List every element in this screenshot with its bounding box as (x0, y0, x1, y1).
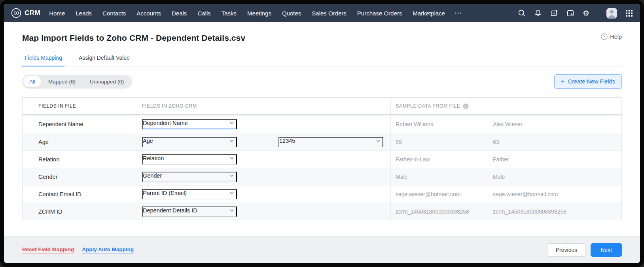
help-question-icon: ? (601, 33, 608, 40)
file-field-label: Gender (23, 168, 142, 185)
table-row: Gender Gender Male Male (23, 168, 621, 185)
sample-value-1: Robert Willams (390, 116, 488, 133)
table-row: Dependent Name Dependent Name Robert Wil… (23, 116, 621, 133)
table-row: ZCRM ID Dependent Details ID zcrm_145031… (23, 203, 621, 220)
plus-icon: + (561, 78, 565, 85)
crm-field-value: Relation (143, 155, 164, 161)
help-label: Help (610, 34, 622, 40)
settings-gear-icon[interactable]: ⚙ (583, 9, 589, 17)
sample-value-1: zcrm_1450318000000398258 (390, 203, 488, 220)
page-title: Map Import Fields to Zoho CRM - Dependen… (22, 33, 245, 43)
format-value: 12345 (279, 138, 295, 144)
nav-item-meetings[interactable]: Meetings (247, 10, 271, 17)
nav-item-deals[interactable]: Deals (172, 10, 187, 17)
chevron-down-icon (230, 174, 234, 177)
crm-field-value: Parent ID (Email) (143, 190, 187, 196)
calendar-icon[interactable] (566, 9, 574, 17)
file-field-label: Contact Email ID (23, 186, 142, 203)
svg-text:?: ? (603, 34, 606, 39)
crm-field-value: Gender (143, 172, 162, 179)
help-link[interactable]: ? Help (601, 33, 622, 40)
table-row: Age Age 12345 59 63 (23, 133, 621, 150)
header-fields-in-zoho-crm: FIELDS IN ZOHO CRM (142, 98, 278, 114)
crm-field-dropdown[interactable]: Age (142, 137, 237, 147)
field-mapping-table: FIELDS IN FILE FIELDS IN ZOHO CRM SAMPLE… (22, 97, 622, 220)
nav-item-contacts[interactable]: Contacts (102, 10, 126, 17)
sample-value-1: Male (390, 168, 488, 185)
apply-auto-mapping-link[interactable]: Apply Auto Mapping (82, 246, 134, 254)
zoho-crm-window: CRM Home Leads Contacts Accounts Deals C… (4, 4, 640, 263)
sample-value-2: sage.wieser@hotmail.com (488, 186, 621, 203)
next-button[interactable]: Next (591, 243, 622, 257)
nav-item-accounts[interactable]: Accounts (136, 10, 161, 17)
filter-mapped[interactable]: Mapped (6) (41, 79, 83, 85)
nav-item-home[interactable]: Home (49, 10, 65, 17)
crm-field-dropdown[interactable]: Parent ID (Email) (142, 189, 237, 199)
file-field-label: ZCRM ID (23, 203, 142, 220)
nav-item-sales-orders[interactable]: Sales Orders (312, 10, 347, 17)
reset-field-mapping-link[interactable]: Reset Field Mapping (22, 246, 74, 254)
nav-item-purchase-orders[interactable]: Purchase Orders (357, 10, 402, 17)
screenshot-frame: CRM Home Leads Contacts Accounts Deals C… (0, 0, 644, 267)
nav-menu: Home Leads Contacts Accounts Deals Calls… (49, 10, 445, 17)
previous-button[interactable]: Previous (547, 243, 586, 257)
file-field-label: Age (23, 133, 142, 150)
search-icon[interactable] (518, 9, 526, 17)
nav-item-marketplace[interactable]: Marketplace (413, 10, 445, 17)
chevron-down-icon (230, 209, 234, 212)
header-sample-data: SAMPLE DATA FROM FILE (396, 103, 460, 109)
create-new-fields-label: Create New Fields (568, 78, 615, 85)
person-icon (606, 8, 617, 19)
filter-unmapped[interactable]: Unmapped (0) (83, 79, 131, 85)
header-fields-in-file: FIELDS IN FILE (23, 98, 142, 114)
tab-bar: Fields Mapping Assign Default Value (22, 55, 622, 66)
user-avatar[interactable] (606, 8, 617, 19)
crm-field-value: Dependent Details ID (143, 207, 197, 214)
sample-value-1: 59 (390, 133, 488, 150)
file-field-label: Relation (23, 151, 142, 168)
tab-assign-default-value[interactable]: Assign Default Value (79, 55, 130, 66)
footer-bar: Reset Field Mapping Apply Auto Mapping P… (4, 236, 640, 263)
sample-value-2: Father (488, 151, 621, 168)
notifications-bell-icon[interactable] (534, 9, 542, 17)
chevron-down-icon (230, 192, 234, 194)
chevron-down-icon (230, 122, 234, 124)
crm-field-dropdown[interactable]: Gender (142, 172, 237, 182)
file-field-label: Dependent Name (23, 116, 142, 133)
compose-note-icon[interactable] (550, 9, 558, 17)
sample-value-2: Alex Wieser (488, 116, 621, 133)
crm-field-value: Dependent Name (143, 120, 188, 126)
nav-separator (598, 9, 598, 17)
nav-item-leads[interactable]: Leads (76, 10, 92, 17)
svg-text:i: i (465, 104, 466, 108)
chevron-down-icon (230, 140, 234, 142)
apps-grid-icon[interactable] (625, 9, 633, 17)
sample-value-1: sage.wieser@hotmail.com (390, 186, 488, 203)
nav-item-tasks[interactable]: Tasks (222, 10, 237, 17)
nav-actions: ⚙ (518, 8, 633, 19)
filter-all[interactable]: All (23, 76, 41, 87)
crm-field-dropdown[interactable]: Dependent Details ID (142, 206, 237, 217)
table-row: Contact Email ID Parent ID (Email) sage.… (23, 185, 621, 203)
sample-value-2: Male (488, 168, 621, 185)
format-dropdown[interactable]: 12345 (278, 137, 383, 147)
nav-item-calls[interactable]: Calls (197, 10, 210, 17)
chevron-down-icon (230, 157, 234, 159)
main-content: Map Import Fields to Zoho CRM - Dependen… (4, 22, 640, 236)
zoho-crm-logo[interactable]: CRM (11, 8, 40, 18)
info-icon[interactable]: i (463, 103, 469, 109)
top-navbar: CRM Home Leads Contacts Accounts Deals C… (4, 4, 640, 22)
table-row: Relation Relation Father-in-Law Father (23, 150, 621, 168)
crm-field-dropdown[interactable]: Relation (142, 154, 237, 165)
sample-value-2: zcrm_1450318000000398258 (488, 203, 621, 220)
more-modules-icon[interactable] (455, 12, 462, 14)
mapping-filter-group: All Mapped (6) Unmapped (0) (22, 75, 132, 89)
create-new-fields-button[interactable]: + Create New Fields (554, 74, 622, 89)
tab-fields-mapping[interactable]: Fields Mapping (25, 55, 62, 66)
nav-item-quotes[interactable]: Quotes (282, 10, 301, 17)
crm-field-value: Age (143, 138, 153, 144)
table-header-row: FIELDS IN FILE FIELDS IN ZOHO CRM SAMPLE… (23, 98, 621, 114)
sample-value-1: Father-in-Law (390, 151, 488, 168)
crm-field-dropdown[interactable]: Dependent Name (142, 119, 237, 129)
brand-label: CRM (25, 9, 40, 17)
